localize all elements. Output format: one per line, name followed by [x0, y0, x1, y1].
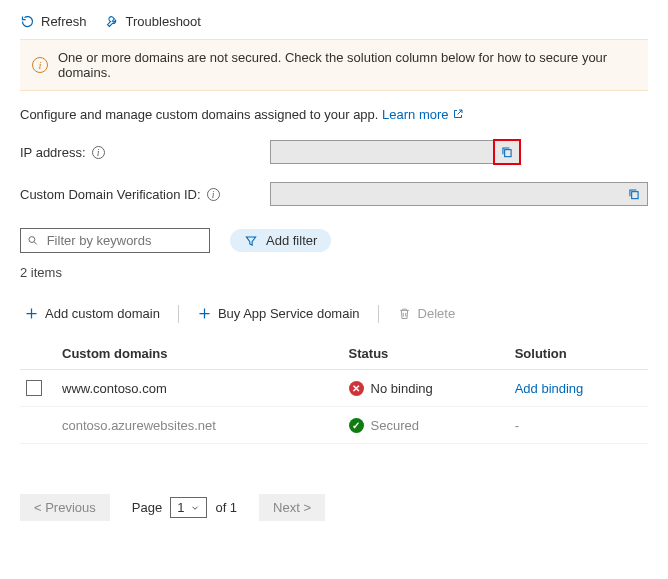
add-filter-label: Add filter	[266, 233, 317, 248]
domains-table: Custom domains Status Solution www.conto…	[20, 337, 648, 444]
description-text: Configure and manage custom domains assi…	[20, 107, 378, 122]
status-cell: ✓Secured	[349, 418, 419, 433]
solution-link[interactable]: Add binding	[515, 381, 584, 396]
refresh-label: Refresh	[41, 14, 87, 29]
page-label: Page	[132, 500, 162, 515]
search-icon	[27, 234, 39, 247]
item-count: 2 items	[20, 265, 648, 280]
domain-cell: www.contoso.com	[56, 370, 343, 407]
next-page-button: Next >	[259, 494, 325, 521]
copy-icon	[500, 145, 514, 159]
add-filter-button[interactable]: Add filter	[230, 229, 331, 252]
pager: < Previous Page 1 of 1 Next >	[20, 494, 648, 521]
table-row[interactable]: www.contoso.com✕No bindingAdd binding	[20, 370, 648, 407]
wrench-icon	[105, 14, 120, 29]
warning-icon: i	[32, 57, 48, 73]
learn-more-label: Learn more	[382, 107, 448, 122]
add-custom-domain-label: Add custom domain	[45, 306, 160, 321]
refresh-icon	[20, 14, 35, 29]
verification-id-label-text: Custom Domain Verification ID:	[20, 187, 201, 202]
status-text: Secured	[371, 418, 419, 433]
copy-ip-button[interactable]	[493, 139, 521, 165]
troubleshoot-label: Troubleshoot	[126, 14, 201, 29]
filter-icon	[244, 234, 258, 248]
ip-address-value	[271, 141, 493, 163]
learn-more-link[interactable]: Learn more	[382, 107, 464, 122]
row-checkbox[interactable]	[26, 380, 42, 396]
solution-text: -	[515, 418, 519, 433]
status-ok-icon: ✓	[349, 418, 364, 433]
divider	[378, 305, 379, 323]
prev-page-button: < Previous	[20, 494, 110, 521]
buy-domain-label: Buy App Service domain	[218, 306, 360, 321]
info-icon[interactable]: i	[207, 188, 220, 201]
troubleshoot-button[interactable]: Troubleshoot	[105, 14, 201, 29]
trash-icon	[397, 306, 412, 321]
chevron-down-icon	[190, 503, 200, 513]
buy-domain-button[interactable]: Buy App Service domain	[193, 304, 364, 323]
table-row[interactable]: contoso.azurewebsites.net✓Secured-	[20, 407, 648, 444]
verification-id-field	[270, 182, 648, 206]
page-value: 1	[177, 500, 184, 515]
status-err-icon: ✕	[349, 381, 364, 396]
col-status[interactable]: Status	[343, 337, 509, 370]
status-cell: ✕No binding	[349, 381, 433, 396]
domain-cell: contoso.azurewebsites.net	[56, 407, 343, 444]
svg-rect-1	[632, 192, 638, 199]
ip-address-label-text: IP address:	[20, 145, 86, 160]
warning-text: One or more domains are not secured. Che…	[58, 50, 636, 80]
plus-icon	[24, 306, 39, 321]
divider	[178, 305, 179, 323]
page-of-label: of 1	[215, 500, 237, 515]
verification-id-value	[271, 183, 621, 205]
col-solution[interactable]: Solution	[509, 337, 648, 370]
add-custom-domain-button[interactable]: Add custom domain	[20, 304, 164, 323]
info-icon[interactable]: i	[92, 146, 105, 159]
warning-banner: i One or more domains are not secured. C…	[20, 39, 648, 91]
filter-search[interactable]	[20, 228, 210, 253]
copy-icon	[627, 187, 641, 201]
external-link-icon	[452, 108, 464, 120]
refresh-button[interactable]: Refresh	[20, 14, 87, 29]
ip-address-field	[270, 140, 520, 164]
filter-input[interactable]	[45, 232, 203, 249]
status-text: No binding	[371, 381, 433, 396]
plus-icon	[197, 306, 212, 321]
delete-button: Delete	[393, 304, 460, 323]
ip-address-label: IP address: i	[20, 145, 270, 160]
col-domains[interactable]: Custom domains	[56, 337, 343, 370]
page-description: Configure and manage custom domains assi…	[20, 107, 648, 122]
delete-label: Delete	[418, 306, 456, 321]
svg-rect-0	[505, 150, 511, 157]
page-select[interactable]: 1	[170, 497, 207, 518]
copy-verification-button[interactable]	[621, 183, 647, 205]
svg-point-2	[29, 237, 35, 243]
verification-id-label: Custom Domain Verification ID: i	[20, 187, 270, 202]
